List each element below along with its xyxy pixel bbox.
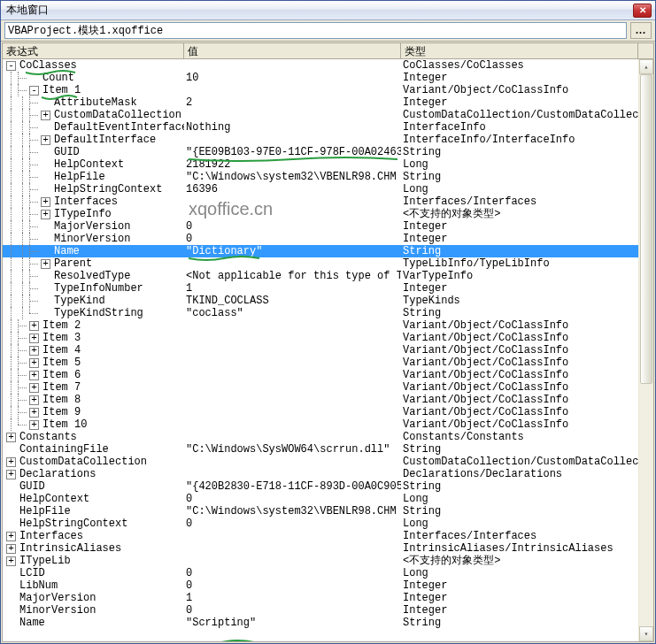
tree-row[interactable]: GUID"{EE09B103-97E0-11CF-978F-00A02463E0… (3, 146, 653, 158)
cell-type: String (401, 443, 638, 456)
collapse-icon[interactable]: - (29, 86, 39, 96)
tree-row[interactable]: +Item 5Variant/Object/CoClassInfo (3, 356, 653, 369)
expand-icon[interactable]: + (29, 334, 39, 343)
tree-row[interactable]: LibNum0Integer (3, 579, 653, 592)
tree-row[interactable]: +Item 9Variant/Object/CoClassInfo (3, 406, 653, 418)
tree-row[interactable]: MinorVersion0Integer (3, 233, 653, 245)
ellipsis-icon: ... (636, 24, 646, 37)
expand-icon[interactable]: + (29, 395, 39, 405)
vertical-scrollbar[interactable]: ▴ ▾ (638, 59, 653, 641)
tree-row[interactable]: ContainingFile"C:\Windows\SysWOW64\scrru… (3, 443, 653, 456)
expand-icon[interactable]: + (6, 470, 16, 479)
tree-row[interactable]: DefaultEventInterfaceNothingInterfaceInf… (3, 121, 653, 134)
tree-row[interactable]: MajorVersion0Integer (3, 220, 653, 233)
tree-row[interactable]: +DefaultInterfaceInterfaceInfo/Interface… (3, 134, 653, 146)
tree-spacer (41, 185, 50, 195)
tree-row[interactable]: TypeInfoNumber1Integer (3, 282, 653, 295)
expand-icon[interactable]: + (41, 197, 50, 207)
tree-row[interactable]: Name"Dictionary"String (3, 245, 653, 257)
tree-row[interactable]: Name"Scripting"String (3, 617, 653, 629)
expand-icon[interactable]: + (6, 457, 16, 467)
cell-expression: -CoClasses (3, 59, 184, 72)
expand-icon[interactable]: + (29, 358, 39, 368)
expand-icon[interactable]: + (41, 135, 50, 145)
tree-row[interactable]: +Item 4Variant/Object/CoClassInfo (3, 344, 653, 356)
expand-icon[interactable]: + (29, 420, 39, 430)
expand-icon[interactable]: + (41, 259, 50, 269)
row-name: TypeKindString (54, 307, 143, 319)
scroll-track[interactable] (639, 74, 653, 626)
tree-row[interactable]: -Item 1Variant/Object/CoClassInfo (3, 84, 653, 96)
close-button[interactable]: ✕ (633, 4, 652, 18)
tree-row[interactable]: Count10Integer (3, 72, 653, 84)
column-header-expression[interactable]: 表达式 (3, 43, 184, 58)
cell-value: "Dictionary" (184, 245, 401, 257)
expand-icon[interactable]: + (29, 408, 39, 418)
tree-row[interactable]: +IntrinsicAliasesIntrinsicAliases/Intrin… (3, 542, 653, 555)
tree-row[interactable]: +Item 2Variant/Object/CoClassInfo (3, 319, 653, 332)
tree-row[interactable]: +CustomDataCollectionCustomDataCollectio… (3, 109, 653, 121)
scroll-thumb[interactable] (640, 74, 652, 384)
expand-icon[interactable]: + (6, 556, 16, 566)
row-name: ITypeInfo (54, 208, 112, 220)
tree-row[interactable]: GUID"{420B2830-E718-11CF-893D-00A0C90542… (3, 480, 653, 493)
column-header-type[interactable]: 类型 (401, 43, 638, 58)
tree-row[interactable]: LCID0Long (3, 567, 653, 579)
tree-row[interactable]: HelpStringContext0Long (3, 518, 653, 530)
row-name: Item 3 (42, 332, 81, 344)
tree-row[interactable]: MajorVersion1Integer (3, 592, 653, 604)
tree-row[interactable]: +Item 7Variant/Object/CoClassInfo (3, 381, 653, 394)
tree-row[interactable]: HelpFile"C:\Windows\system32\VBENLR98.CH… (3, 505, 653, 518)
tree-row[interactable]: ResolvedType<Not applicable for this typ… (3, 270, 653, 282)
expand-icon[interactable]: + (29, 346, 39, 356)
title-bar[interactable]: 本地窗口 ✕ (1, 1, 655, 20)
tree-row[interactable]: +Item 8Variant/Object/CoClassInfo (3, 394, 653, 406)
context-browse-button[interactable]: ... (630, 22, 652, 39)
cell-value (184, 468, 401, 480)
expand-icon[interactable]: + (41, 210, 50, 219)
cell-value: "coclass" (184, 307, 401, 319)
grid-header[interactable]: 表达式 值 类型 (3, 43, 653, 59)
tree-row[interactable]: TypeKindString"coclass"String (3, 307, 653, 319)
expand-icon[interactable]: + (6, 544, 16, 554)
tree-row[interactable]: +InterfacesInterfaces/Interfaces (3, 530, 653, 542)
tree-row[interactable]: +ITypeInfo<不支持的对象类型> (3, 208, 653, 220)
cell-value: TKIND_COCLASS (184, 295, 401, 307)
cell-value (184, 542, 401, 555)
expand-icon[interactable]: + (29, 383, 39, 393)
tree-row[interactable]: HelpContext2181922Long (3, 158, 653, 171)
tree-row[interactable]: -CoClassesCoClasses/CoClasses (3, 59, 653, 72)
tree-row[interactable]: +Item 10Variant/Object/CoClassInfo (3, 418, 653, 431)
tree-row[interactable]: +ParentTypeLibInfo/TypeLibInfo (3, 257, 653, 270)
tree-row[interactable]: +ConstantsConstants/Constants (3, 431, 653, 443)
row-name: TypeKind (54, 295, 105, 307)
context-combo[interactable]: VBAProject.模块1.xqoffice (4, 22, 627, 39)
tree-row[interactable]: MinorVersion0Integer (3, 604, 653, 617)
tree-row[interactable]: TypeKindTKIND_COCLASSTypeKinds (3, 295, 653, 307)
cell-expression: +Constants (3, 431, 184, 443)
tree-row[interactable]: +InterfacesInterfaces/Interfaces (3, 196, 653, 208)
collapse-icon[interactable]: - (6, 61, 16, 71)
tree-spacer (41, 123, 50, 133)
expand-icon[interactable]: + (29, 371, 39, 380)
column-header-value[interactable]: 值 (184, 43, 401, 58)
expand-icon[interactable]: + (29, 321, 39, 331)
scroll-up-button[interactable]: ▴ (639, 59, 653, 74)
grid-body[interactable]: -CoClassesCoClasses/CoClassesCount10Inte… (3, 59, 653, 641)
expand-icon[interactable]: + (6, 433, 16, 442)
tree-row[interactable]: +Item 6Variant/Object/CoClassInfo (3, 369, 653, 381)
context-text: VBAProject.模块1.xqoffice (8, 23, 163, 38)
tree-row[interactable]: +DeclarationsDeclarations/Declarations (3, 468, 653, 480)
expand-icon[interactable]: + (6, 532, 16, 541)
cell-value: "C:\Windows\SysWOW64\scrrun.dll" (184, 443, 401, 456)
tree-row[interactable]: AttributeMask2Integer (3, 96, 653, 109)
tree-row[interactable]: HelpFile"C:\Windows\system32\VBENLR98.CH… (3, 171, 653, 183)
tree-row[interactable]: +Item 3Variant/Object/CoClassInfo (3, 332, 653, 344)
tree-row[interactable]: HelpContext0Long (3, 493, 653, 505)
expand-icon[interactable]: + (41, 111, 50, 120)
cell-expression: MajorVersion (3, 220, 184, 233)
scroll-down-button[interactable]: ▾ (639, 626, 653, 641)
tree-row[interactable]: +CustomDataCollectionCustomDataCollectio… (3, 456, 653, 468)
tree-row[interactable]: +ITypeLib<不支持的对象类型> (3, 555, 653, 567)
tree-row[interactable]: HelpStringContext16396Long (3, 183, 653, 196)
